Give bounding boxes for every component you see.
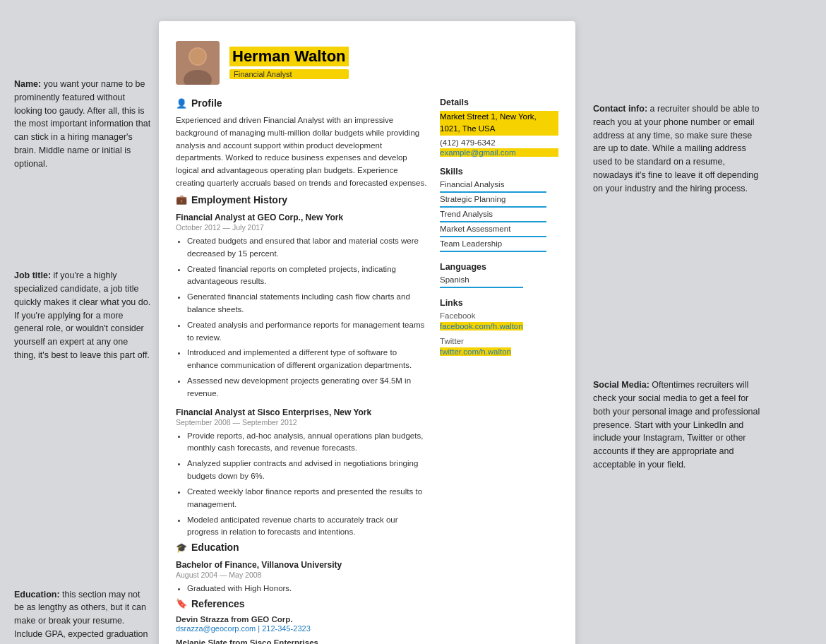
skill-5: Team Leadership [440, 239, 546, 252]
education-bullets: Graduated with High Honors. [176, 583, 427, 595]
resume-header: Herman Walton Financial Analyst [176, 41, 558, 85]
social-annotation-text: Oftentimes recruiters will check your so… [593, 380, 760, 470]
reference-2: Melanie Slate from Sisco Enterprises msl… [176, 638, 427, 644]
profile-title: 👤 Profile [176, 97, 427, 109]
links-title: Links [440, 298, 558, 308]
contact-annotation: Contact info: a recruiter should be able… [593, 102, 762, 195]
education-degree: Bachelor of Finance, Villanova Universit… [176, 560, 427, 570]
job-1-bullet-4: Created analysis and performance reports… [187, 319, 427, 345]
references-section: 🔖 References Devin Strazza from GEO Corp… [176, 598, 427, 644]
language-1: Spanish [440, 275, 523, 288]
skill-2: Strategic Planning [440, 195, 546, 208]
ref-1-contact: dsrazza@geocorp.com | 212-345-2323 [176, 624, 427, 633]
details-address: Market Street 1, New York, 1021, The USA [440, 111, 558, 136]
right-column: Details Market Street 1, New York, 1021,… [440, 97, 558, 644]
job-2-title: Financial Analyst at Sisco Enterprises, … [176, 407, 427, 417]
education-icon: 🎓 [176, 542, 187, 553]
links-label-2: Twitter [440, 337, 558, 345]
links-section: Links Facebook facebook.com/h.walton Twi… [440, 298, 558, 359]
job-2: Financial Analyst at Sisco Enterprises, … [176, 407, 427, 539]
job-1: Financial Analyst at GEO Corp., New York… [176, 213, 427, 400]
left-column: 👤 Profile Experienced and driven Financi… [176, 97, 427, 644]
education-annotation: Education: this section may not be as le… [14, 588, 152, 645]
job-1-date: October 2012 — July 2017 [176, 223, 427, 232]
ref-1-name: Devin Strazza from GEO Corp. [176, 615, 427, 624]
job-2-bullet-2: Analyzed supplier contracts and advised … [187, 458, 427, 483]
svg-point-3 [190, 49, 205, 64]
left-annotations: Name: you want your name to be prominent… [14, 21, 152, 644]
employment-icon: 💼 [176, 194, 187, 205]
avatar [176, 41, 220, 85]
education-title: 🎓 Education [176, 542, 427, 553]
profile-text: Experienced and driven Financial Analyst… [176, 114, 427, 190]
education-date: August 2004 — May 2008 [176, 571, 427, 579]
candidate-job-title: Financial Analyst [229, 69, 349, 79]
contact-annotation-text: a recruiter should be able to reach you … [593, 104, 760, 193]
links-url-1: facebook.com/h.walton [440, 322, 523, 330]
reference-1: Devin Strazza from GEO Corp. dsrazza@geo… [176, 615, 427, 633]
jobtitle-annotation-text: if you're a highly specialized candidate… [14, 270, 150, 360]
page-wrapper: Name: you want your name to be prominent… [0, 0, 826, 644]
languages-section: Languages Spanish [440, 262, 558, 288]
header-text: Herman Walton Financial Analyst [229, 47, 349, 79]
languages-title: Languages [440, 262, 558, 272]
job-1-bullet-3: Generated financial statements including… [187, 291, 427, 316]
ref-2-name: Melanie Slate from Sisco Enterprises [176, 638, 427, 644]
skill-4: Market Assessment [440, 225, 546, 237]
job-1-bullet-6: Assessed new development projects genera… [187, 375, 427, 400]
education-section: 🎓 Education Bachelor of Finance, Villano… [176, 542, 427, 595]
job-1-bullet-5: Introduced and implemented a different t… [187, 347, 427, 372]
right-annotations: Contact info: a recruiter should be able… [582, 21, 762, 644]
jobtitle-annotation: Job title: if you're a highly specialize… [14, 269, 152, 362]
skills-title: Skills [440, 167, 558, 177]
employment-title: 💼 Employment History [176, 194, 427, 205]
job-1-bullet-1: Created budgets and ensured that labor a… [187, 235, 427, 261]
profile-icon: 👤 [176, 98, 187, 109]
skills-section: Skills Financial Analysis Strategic Plan… [440, 167, 558, 252]
job-1-bullet-2: Created financial reports on completed p… [187, 263, 427, 289]
contact-annotation-label: Contact info: [593, 104, 647, 114]
job-2-bullet-3: Created weekly labor finance reports and… [187, 486, 427, 511]
name-annotation-text: you want your name to be prominently fea… [14, 79, 150, 169]
jobtitle-annotation-label: Job title: [14, 270, 51, 280]
job-1-title: Financial Analyst at GEO Corp., New York [176, 213, 427, 222]
links-label-1: Facebook [440, 311, 558, 320]
details-phone: (412) 479-6342 [440, 138, 558, 147]
job-1-bullets: Created budgets and ensured that labor a… [176, 235, 427, 400]
skill-1: Financial Analysis [440, 180, 546, 193]
candidate-name: Herman Walton [229, 47, 349, 66]
resume-body: 👤 Profile Experienced and driven Financi… [176, 97, 558, 644]
links-url-2: twitter.com/h.walton [440, 347, 511, 356]
job-2-bullet-4: Modeled anticipated revenue charts to ac… [187, 514, 427, 539]
education-annotation-label: Education: [14, 590, 60, 600]
name-annotation: Name: you want your name to be prominent… [14, 78, 152, 170]
job-2-bullet-1: Provide reports, ad-hoc analysis, annual… [187, 430, 427, 455]
references-title: 🔖 References [176, 598, 427, 609]
name-annotation-label: Name: [14, 79, 41, 89]
job-2-date: September 2008 — September 2012 [176, 418, 427, 427]
social-annotation: Social Media: Oftentimes recruiters will… [593, 378, 762, 471]
skill-3: Trend Analysis [440, 210, 546, 222]
references-icon: 🔖 [176, 598, 187, 609]
education-bullet-1: Graduated with High Honors. [187, 583, 427, 595]
details-section: Details Market Street 1, New York, 1021,… [440, 97, 558, 157]
details-email: example@gmail.com [440, 148, 558, 157]
profile-section: 👤 Profile Experienced and driven Financi… [176, 97, 427, 190]
resume-card: Herman Walton Financial Analyst 👤 Profil… [159, 21, 575, 644]
job-2-bullets: Provide reports, ad-hoc analysis, annual… [176, 430, 427, 539]
details-title: Details [440, 97, 558, 107]
employment-section: 💼 Employment History Financial Analyst a… [176, 194, 427, 539]
social-annotation-label: Social Media: [593, 380, 650, 390]
